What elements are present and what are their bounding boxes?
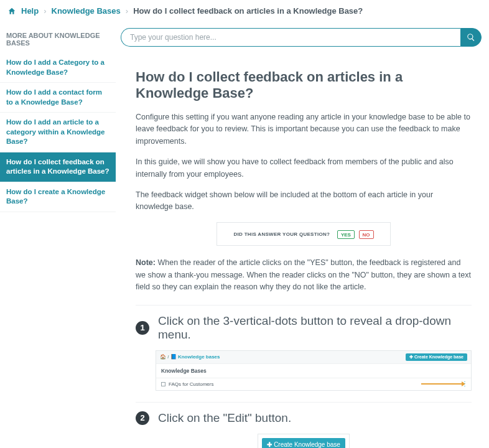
step-title: Click on the "Edit" button. [158,411,291,425]
ill-home-icon: 🏠 [160,354,166,360]
step-number-badge: 1 [136,321,149,335]
sidebar-heading: MORE ABOUT KNOWLEDGE BASES [0,27,116,53]
vertical-dots-icon: ⋮ [462,380,467,387]
ill-crumb-section: Knowledge bases [178,354,220,360]
search-input[interactable] [121,28,460,47]
step-number-badge: 2 [136,411,149,425]
step-2-illustration: ✚Create Knowledge base ⋮ Edit Delete [258,434,350,448]
breadcrumb-current: How do I collect feedback on articles in… [133,6,363,16]
ill-row-label: FAQs for Customers [169,381,213,387]
article-paragraph: The feedback widget shown below will be … [136,189,472,213]
article-note: Note: When the reader of the article cli… [136,257,472,293]
sidebar-item-create-kb[interactable]: How do I create a Knowledge Base? [0,182,116,212]
divider [136,402,472,403]
annotation-arrow [421,383,462,385]
article-paragraph: In this guide, we will show you have to … [136,156,472,180]
search-icon [467,33,475,42]
feedback-widget-illustration: DID THIS ANSWER YOUR QUESTION? YES NO [217,222,391,246]
search-bar [121,28,482,47]
sidebar: MORE ABOUT KNOWLEDGE BASES How do I add … [0,22,116,448]
search-button[interactable] [460,28,482,47]
step-1-illustration: 🏠 / 📘 Knowledge bases ✚ Create Knowledge… [156,350,472,391]
main-content: How do I collect feedback on articles in… [116,22,489,448]
home-icon [7,7,16,16]
step-heading: 2 Click on the "Edit" button. [136,411,472,425]
note-label: Note: [136,258,156,267]
chevron-right-icon: › [126,6,128,16]
widget-no-button: NO [359,230,374,239]
step-title: Click on the 3-vertical-dots button to r… [158,314,472,342]
widget-question: DID THIS ANSWER YOUR QUESTION? [233,231,330,237]
article: How do I collect feedback on articles in… [121,57,482,448]
ill-row: FAQs for Customers ⋮ [156,378,471,390]
sidebar-item-add-article[interactable]: How do I add an article to a category wi… [0,113,116,152]
ill-create-button: ✚Create Knowledge base [262,438,345,448]
sidebar-item-add-category[interactable]: How do I add a Category to a Knowledge B… [0,53,116,83]
ill-create-button: ✚ Create Knowledge base [406,353,467,361]
ill-title: Knowledge Bases [156,363,471,378]
breadcrumb: Help › Knowledge Bases › How do I collec… [0,0,489,22]
sidebar-item-add-contact-form[interactable]: How do I add a contact form to a Knowled… [0,83,116,113]
divider [136,305,472,306]
breadcrumb-help[interactable]: Help [21,6,39,16]
chevron-right-icon: › [44,6,46,16]
breadcrumb-section[interactable]: Knowledge Bases [52,6,121,16]
plus-icon: ✚ [267,441,272,448]
widget-yes-button: YES [337,230,355,239]
article-title: How do I collect feedback on articles in… [136,69,472,101]
step-heading: 1 Click on the 3-vertical-dots button to… [136,314,472,342]
article-paragraph: Configure this setting if you want anyon… [136,111,472,147]
note-text: When the reader of the article clicks on… [136,258,471,291]
sidebar-item-collect-feedback[interactable]: How do I collect feedback on articles in… [0,152,116,182]
checkbox-icon [161,382,165,386]
